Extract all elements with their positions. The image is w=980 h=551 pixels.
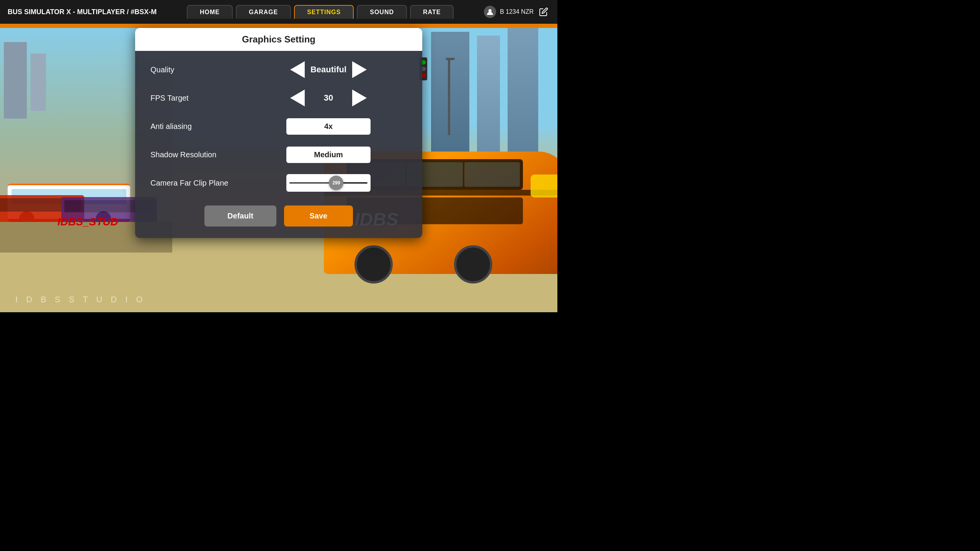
save-button[interactable]: Save: [284, 205, 353, 227]
clip-plane-slider-thumb[interactable]: 299: [329, 176, 343, 190]
anti-aliasing-row: Anti aliasing 4x: [150, 117, 407, 136]
quality-row: Quality Beautiful: [150, 60, 407, 79]
tab-sound[interactable]: SOUND: [357, 5, 407, 19]
nav-tabs: HOME GARAGE SETTINGS SOUND RATE: [164, 5, 476, 19]
quality-prev-button[interactable]: [290, 61, 305, 78]
clip-plane-slider-track: 299: [289, 182, 368, 184]
clip-plane-value: 299: [332, 180, 340, 186]
modal-title-bar: Graphics Setting: [135, 28, 422, 51]
user-info: B 1234 NZR: [476, 6, 557, 18]
tab-home[interactable]: HOME: [187, 5, 233, 19]
edit-icon[interactable]: [537, 6, 550, 18]
camera-far-clip-control: 299: [250, 174, 407, 192]
camera-far-clip-label: Camera Far Clip Plane: [150, 179, 250, 187]
anti-aliasing-control: 4x: [250, 118, 407, 135]
quality-value: Beautiful: [309, 65, 348, 75]
user-avatar-icon: [484, 6, 496, 18]
nav-orange-bar: [0, 25, 557, 28]
fps-value: 30: [309, 93, 348, 103]
game-title: BUS SIMULATOR X - MULTIPLAYER / #BSX-M: [0, 8, 164, 16]
fps-target-label: FPS Target: [150, 94, 250, 103]
svg-point-0: [488, 9, 492, 12]
fps-target-row: FPS Target 30: [150, 88, 407, 108]
tab-settings[interactable]: SETTINGS: [294, 5, 354, 19]
modal-content: Quality Beautiful FPS Target 30 Anti ali…: [135, 51, 422, 238]
fps-next-button[interactable]: [352, 90, 367, 106]
fps-target-control: 30: [250, 90, 407, 106]
shadow-resolution-control: Medium: [250, 147, 407, 163]
anti-aliasing-value[interactable]: 4x: [286, 118, 371, 135]
modal-buttons: Default Save: [150, 202, 407, 227]
modal-title: Graphics Setting: [143, 34, 415, 45]
quality-label: Quality: [150, 65, 250, 74]
graphics-settings-modal: Graphics Setting Quality Beautiful FPS T…: [135, 28, 422, 238]
tab-rate[interactable]: RATE: [410, 5, 454, 19]
quality-control: Beautiful: [250, 61, 407, 78]
topbar: BUS SIMULATOR X - MULTIPLAYER / #BSX-M H…: [0, 0, 557, 25]
idbs-studio-watermark: I D B S S T U D I O: [15, 295, 146, 305]
fps-prev-button[interactable]: [290, 90, 305, 106]
idbs-scene-label: IDBS_STUD: [57, 216, 118, 228]
shadow-resolution-row: Shadow Resolution Medium: [150, 145, 407, 164]
clip-plane-slider-container[interactable]: 299: [286, 174, 371, 192]
shadow-resolution-label: Shadow Resolution: [150, 150, 250, 159]
default-button[interactable]: Default: [204, 205, 276, 227]
quality-next-button[interactable]: [352, 61, 367, 78]
tab-garage[interactable]: GARAGE: [236, 5, 291, 19]
anti-aliasing-label: Anti aliasing: [150, 122, 250, 131]
shadow-resolution-value[interactable]: Medium: [286, 147, 371, 163]
username-label: B 1234 NZR: [500, 8, 534, 15]
camera-far-clip-row: Camera Far Clip Plane 299: [150, 173, 407, 192]
